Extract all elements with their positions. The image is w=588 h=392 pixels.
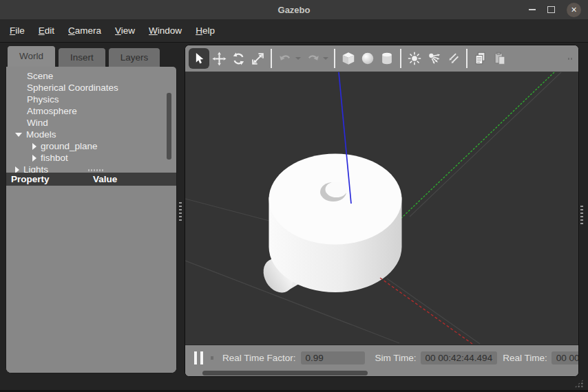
sun-icon <box>407 51 422 66</box>
tree-item-label: Scene <box>27 70 53 82</box>
paste-icon <box>492 51 507 66</box>
tab-world[interactable]: World <box>7 45 56 67</box>
tree-item-label: Wind <box>27 117 48 129</box>
toolbar-separator <box>271 49 272 68</box>
horizontal-scrollbar[interactable] <box>202 371 368 375</box>
property-column-header: Property <box>6 174 93 184</box>
collapse-arrow-icon[interactable] <box>15 133 22 137</box>
maximize-icon[interactable] <box>547 6 555 13</box>
step-button[interactable] <box>211 356 213 360</box>
rotate-tool-button[interactable] <box>229 49 248 68</box>
title-bar[interactable]: Gazebo × <box>0 0 588 19</box>
x-axis-line <box>380 278 472 344</box>
real-time-factor-label: Real Time Factor: <box>222 353 296 363</box>
tree-scrollbar[interactable] <box>167 93 171 160</box>
tree-item-ground-plane[interactable]: ground_plane <box>6 140 176 152</box>
undo-button[interactable] <box>275 49 295 68</box>
tree-item-models[interactable]: Models <box>6 129 176 140</box>
gazebo-window: Gazebo × FileEditCameraViewWindowHelp Wo… <box>0 0 588 392</box>
cube-icon <box>341 51 356 66</box>
scale-icon <box>251 52 265 66</box>
tree-item-atmosphere[interactable]: Atmosphere <box>6 105 176 117</box>
insert-cylinder-button[interactable] <box>377 49 397 68</box>
point-light-button[interactable] <box>405 49 424 68</box>
tree-item-scene[interactable]: Scene <box>6 70 176 82</box>
right-splitter-handle[interactable] <box>580 206 583 224</box>
property-table-body[interactable] <box>6 186 176 373</box>
tab-insert[interactable]: Insert <box>58 47 106 67</box>
world-panel: SceneSpherical CoordinatesPhysicsAtmosph… <box>6 66 177 373</box>
toolbar-overflow-icon[interactable] <box>568 58 572 60</box>
minimize-icon[interactable] <box>529 9 536 10</box>
directional-light-button[interactable] <box>443 49 463 68</box>
move-icon <box>212 52 227 66</box>
render-toolbar <box>185 45 578 72</box>
tree-item-fishbot[interactable]: fishbot <box>6 152 176 164</box>
spot-light-button[interactable] <box>424 49 443 68</box>
tree-item-lights[interactable]: Lights <box>6 164 176 173</box>
tree-item-label: fishbot <box>41 152 68 164</box>
panel-splitter-handle[interactable] <box>88 169 104 171</box>
top-notch-face <box>326 182 348 197</box>
expand-arrow-icon[interactable] <box>32 155 36 162</box>
y-axis-line <box>401 72 554 218</box>
statusbar-row: Real Time Factor: 0.99 Sim Time: 00 00:4… <box>185 345 578 370</box>
expand-arrow-icon[interactable] <box>15 166 19 173</box>
scene-svg <box>185 72 578 345</box>
pause-button[interactable] <box>194 351 203 364</box>
world-tree: SceneSpherical CoordinatesPhysicsAtmosph… <box>6 70 176 173</box>
real-time-value: 00 00 <box>552 351 578 364</box>
tree-item-label: Models <box>26 129 56 140</box>
undo-dropdown-icon[interactable] <box>295 57 301 60</box>
insert-sphere-button[interactable] <box>358 49 377 68</box>
tab-layers[interactable]: Layers <box>108 47 161 67</box>
tree-item-label: ground_plane <box>41 140 98 152</box>
translate-tool-button[interactable] <box>209 49 229 68</box>
tree-item-label: Physics <box>27 94 59 105</box>
rotate-icon <box>231 52 246 66</box>
copy-icon <box>473 51 488 66</box>
tree-item-physics[interactable]: Physics <box>6 94 176 105</box>
redo-button[interactable] <box>303 49 322 68</box>
redo-dropdown-icon[interactable] <box>323 57 328 60</box>
window-title: Gazebo <box>278 5 311 15</box>
sim-time-value: 00 00:42:44.494 <box>421 351 498 364</box>
cylinder-icon <box>379 51 395 66</box>
fishbot-model[interactable] <box>258 154 401 298</box>
undo-icon <box>278 52 293 66</box>
directional-light-icon <box>445 51 461 66</box>
menu-file[interactable]: File <box>3 25 32 36</box>
sim-time-label: Sim Time: <box>375 353 417 363</box>
toolbar-separator <box>334 49 335 68</box>
select-tool-button[interactable] <box>189 48 209 69</box>
simulation-statusbar: Real Time Factor: 0.99 Sim Time: 00 00:4… <box>185 345 578 377</box>
viewport-canvas[interactable] <box>185 72 578 345</box>
close-icon[interactable]: × <box>567 3 581 17</box>
window-controls: × <box>529 0 581 19</box>
menu-edit[interactable]: Edit <box>32 25 61 36</box>
menu-help[interactable]: Help <box>189 25 222 36</box>
real-time-factor-value: 0.99 <box>301 351 365 364</box>
tree-item-spherical-coordinates[interactable]: Spherical Coordinates <box>6 82 176 94</box>
value-column-header: Value <box>93 174 117 184</box>
toolbar-separator <box>466 49 468 68</box>
menu-window[interactable]: Window <box>142 25 189 36</box>
copy-button[interactable] <box>471 49 490 68</box>
tree-item-wind[interactable]: Wind <box>6 117 176 129</box>
property-table-header: Property Value <box>6 173 176 186</box>
redo-icon <box>306 52 320 66</box>
left-splitter-handle[interactable] <box>179 202 182 221</box>
window-resize-grip[interactable] <box>574 379 584 388</box>
insert-box-button[interactable] <box>339 49 358 68</box>
render-panel: Real Time Factor: 0.99 Sim Time: 00 00:4… <box>185 45 579 377</box>
tree-item-label: Spherical Coordinates <box>27 82 118 94</box>
menubar: FileEditCameraViewWindowHelp <box>0 19 588 43</box>
paste-button[interactable] <box>490 49 510 68</box>
cursor-icon <box>192 52 206 65</box>
menu-view[interactable]: View <box>108 25 142 36</box>
tree-item-label: Lights <box>23 164 48 173</box>
scale-tool-button[interactable] <box>248 49 267 68</box>
expand-arrow-icon[interactable] <box>32 143 36 150</box>
tree-item-label: Atmosphere <box>27 105 77 117</box>
menu-camera[interactable]: Camera <box>61 25 108 36</box>
